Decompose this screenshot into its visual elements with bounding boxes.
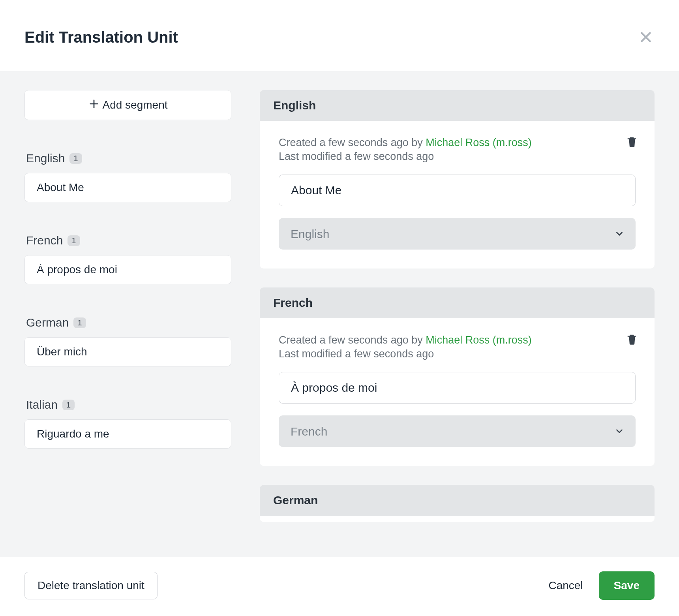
modal-header: Edit Translation Unit <box>0 0 679 71</box>
modal-body: Add segment English 1 About Me French 1 … <box>0 71 679 557</box>
section-header: English <box>260 90 655 121</box>
sidebar-group-header: German 1 <box>24 316 231 329</box>
segment-item[interactable]: Über mich <box>24 337 231 366</box>
language-select-wrap: English <box>279 218 636 250</box>
modal-title: Edit Translation Unit <box>24 28 178 46</box>
sidebar-group-header: Italian 1 <box>24 398 231 411</box>
sidebar-group-name: English <box>26 152 65 165</box>
user-link[interactable]: Michael Ross (m.ross) <box>426 137 532 148</box>
segment-item[interactable]: À propos de moi <box>24 255 231 284</box>
language-select[interactable]: French <box>279 415 636 447</box>
count-badge: 1 <box>69 153 82 164</box>
section-header: German <box>260 485 655 516</box>
modal-footer: Delete translation unit Cancel Save <box>0 557 679 614</box>
sidebar-group-name: Italian <box>26 398 58 411</box>
count-badge: 1 <box>68 235 80 246</box>
segment-text-input[interactable] <box>279 175 636 206</box>
segment-item[interactable]: Riguardo a me <box>24 419 231 449</box>
close-button[interactable] <box>636 27 656 47</box>
sidebar-group-name: German <box>26 316 69 329</box>
close-icon <box>639 30 653 44</box>
footer-right: Cancel Save <box>548 571 655 600</box>
section-body-peek <box>260 516 655 522</box>
sidebar-group-french: French 1 À propos de moi <box>24 234 231 284</box>
sidebar-group-header: French 1 <box>24 234 231 247</box>
language-select-wrap: French <box>279 415 636 447</box>
add-segment-button[interactable]: Add segment <box>24 90 231 120</box>
main-panel: English Created a few seconds ago by Mic… <box>260 90 655 538</box>
modified-line: Last modified a few seconds ago <box>279 150 636 163</box>
cancel-button[interactable]: Cancel <box>548 579 583 592</box>
add-segment-label: Add segment <box>103 99 168 111</box>
created-line: Created a few seconds ago by Michael Ros… <box>279 137 636 149</box>
user-link[interactable]: Michael Ross (m.ross) <box>426 334 532 346</box>
delete-segment-button[interactable] <box>626 332 638 346</box>
trash-icon <box>626 332 638 346</box>
section-body: Created a few seconds ago by Michael Ros… <box>260 318 655 466</box>
plus-icon <box>88 98 99 112</box>
sidebar-group-header: English 1 <box>24 152 231 165</box>
created-prefix: Created a few seconds ago by <box>279 137 426 148</box>
section-header: French <box>260 287 655 318</box>
trash-icon <box>626 135 638 148</box>
count-badge: 1 <box>73 317 86 328</box>
section-english: English Created a few seconds ago by Mic… <box>260 90 655 269</box>
section-french: French Created a few seconds ago by Mich… <box>260 287 655 466</box>
count-badge: 1 <box>62 400 75 410</box>
segment-text-input[interactable] <box>279 372 636 404</box>
sidebar-group-german: German 1 Über mich <box>24 316 231 366</box>
sidebar-group-name: French <box>26 234 63 247</box>
modified-line: Last modified a few seconds ago <box>279 348 636 360</box>
sidebar: Add segment English 1 About Me French 1 … <box>24 90 231 538</box>
section-german: German <box>260 485 655 522</box>
created-prefix: Created a few seconds ago by <box>279 334 426 346</box>
save-button[interactable]: Save <box>599 571 655 600</box>
segment-item[interactable]: About Me <box>24 173 231 202</box>
delete-segment-button[interactable] <box>626 135 638 148</box>
sidebar-group-english: English 1 About Me <box>24 152 231 202</box>
language-select[interactable]: English <box>279 218 636 250</box>
delete-translation-unit-button[interactable]: Delete translation unit <box>24 572 158 599</box>
section-body: Created a few seconds ago by Michael Ros… <box>260 121 655 269</box>
created-line: Created a few seconds ago by Michael Ros… <box>279 334 636 346</box>
sidebar-group-italian: Italian 1 Riguardo a me <box>24 398 231 449</box>
